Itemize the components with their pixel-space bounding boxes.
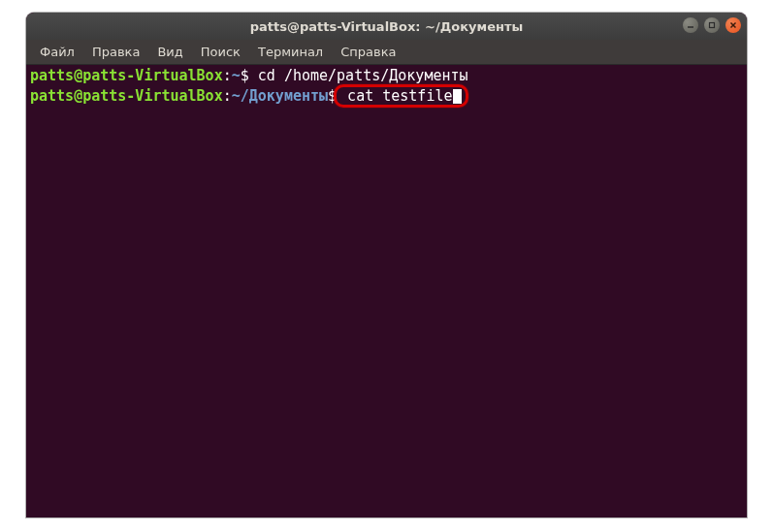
menu-edit[interactable]: Правка [84, 42, 147, 62]
command-text: cat testfile [338, 87, 452, 105]
prompt-path: ~ [232, 67, 241, 84]
cursor-icon [453, 89, 462, 104]
close-button[interactable] [725, 17, 741, 33]
menu-terminal[interactable]: Терминал [250, 42, 331, 62]
prompt-userhost: patts@patts-VirtualBox [30, 67, 223, 84]
terminal-line-2: patts@patts-VirtualBox:~/Документы$ cat … [30, 84, 743, 108]
menubar: Файл Правка Вид Поиск Терминал Справка [26, 40, 747, 65]
prompt-colon: : [223, 87, 232, 105]
menu-help[interactable]: Справка [333, 42, 403, 62]
highlight-annotation: cat testfile [334, 84, 467, 108]
terminal-body[interactable]: patts@patts-VirtualBox:~$ cd /home/patts… [26, 65, 747, 517]
menu-search[interactable]: Поиск [193, 42, 248, 62]
terminal-window: patts@patts-VirtualBox: ~/Документы Файл… [26, 13, 747, 517]
prompt-colon: : [223, 67, 232, 84]
svg-rect-1 [710, 23, 715, 28]
menu-view[interactable]: Вид [149, 42, 190, 62]
prompt-path: ~/Документы [232, 87, 328, 105]
prompt-userhost: patts@patts-VirtualBox [30, 87, 223, 105]
titlebar[interactable]: patts@patts-VirtualBox: ~/Документы [26, 13, 747, 40]
window-controls [683, 17, 741, 33]
maximize-button[interactable] [704, 17, 720, 33]
window-title: patts@patts-VirtualBox: ~/Документы [250, 19, 523, 34]
command-text: cd /home/patts/Документы [249, 67, 468, 84]
prompt-dollar: $ [241, 67, 249, 84]
terminal-line-1: patts@patts-VirtualBox:~$ cd /home/patts… [30, 67, 743, 84]
minimize-button[interactable] [683, 17, 698, 33]
menu-file[interactable]: Файл [32, 42, 82, 62]
